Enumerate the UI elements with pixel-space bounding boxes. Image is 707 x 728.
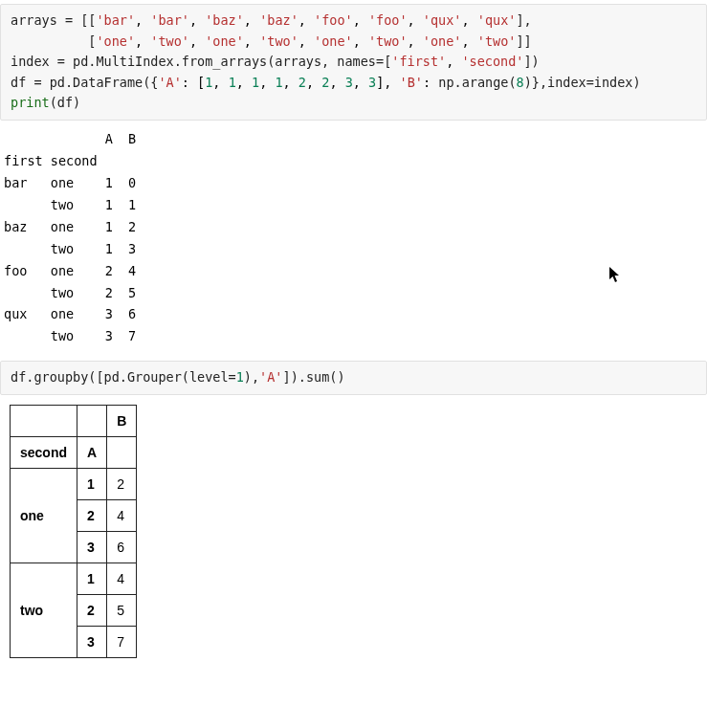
table-header-row-2: second A — [11, 436, 137, 468]
idx-second: second — [11, 436, 77, 468]
table-row: two 1 4 — [11, 563, 137, 594]
text-output-1: A B first second bar one 1 0 two 1 1 baz… — [4, 128, 703, 347]
code-line-3: index = pd.MultiIndex.from_arrays(arrays… — [11, 54, 540, 69]
idx-A: A — [77, 436, 107, 468]
code-line-5: print(df) — [11, 95, 80, 110]
code-line-1: arrays = [['bar', 'bar', 'baz', 'baz', '… — [11, 12, 532, 28]
group-one: one — [11, 468, 77, 563]
code-cell-2: df.groupby([pd.Grouper(level=1),'A']).su… — [0, 361, 707, 395]
group-two: two — [11, 563, 77, 657]
code-cell-1: arrays = [['bar', 'bar', 'baz', 'baz', '… — [0, 4, 707, 121]
table-row: one 1 2 — [11, 468, 137, 499]
col-B: B — [107, 405, 137, 436]
html-output-table: B second A one 1 2 2 4 3 6 two 1 4 2 5 3… — [10, 405, 137, 658]
code-line-4: df = pd.DataFrame({'A': [1, 1, 1, 1, 2, … — [11, 75, 641, 90]
code-line-1: df.groupby([pd.Grouper(level=1),'A']).su… — [11, 369, 345, 385]
code-line-2: ['one', 'two', 'one', 'two', 'one', 'two… — [11, 33, 532, 49]
table-header-row-1: B — [11, 405, 137, 436]
